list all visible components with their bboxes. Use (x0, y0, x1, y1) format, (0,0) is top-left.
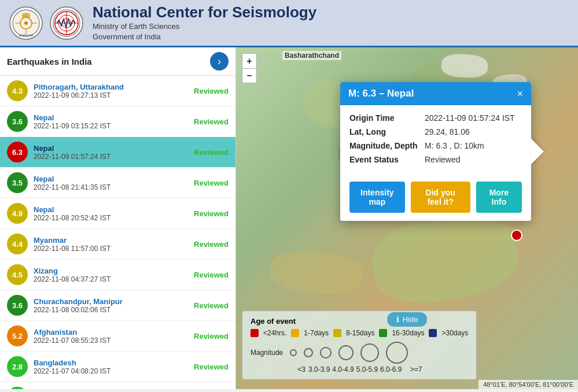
legend-age-dot (379, 329, 387, 337)
earthquake-datetime: 2022-11-08 04:37:27 IST (34, 275, 189, 283)
legend-age-label: 8-15days (346, 329, 374, 337)
earthquake-datetime: 2022-11-09 06:27:13 IST (34, 91, 189, 99)
popup-body: Origin Time 2022-11-09 01:57:24 IST Lat,… (340, 105, 531, 176)
header-logos: सत्यमेव जयते (9, 6, 83, 40)
earthquake-info: Nepal 2022-11-07 01:22:15 IST (34, 389, 189, 390)
earthquake-location: Nepal (34, 144, 189, 153)
earthquake-info: Myanmar 2022-11-08 11:57:00 IST (34, 236, 189, 253)
earthquake-list: 4.3 Pithoragarh, Uttarakhand 2022-11-09 … (0, 76, 235, 389)
sidebar: Earthquakes in India › 4.3 Pithoragarh, … (0, 47, 236, 389)
map-coordinates: 48°01'E, 80°54'00'E, 81°00'00'E (478, 380, 578, 389)
magnitude-badge: 3.5 (7, 172, 28, 193)
earthquake-list-item[interactable]: 3.6 Churachandpur, Manipur 2022-11-08 00… (0, 290, 235, 321)
magnitude-badge: 3.2 (7, 387, 28, 389)
sidebar-title: Earthquakes in India (7, 57, 92, 66)
map-marker-active[interactable] (511, 230, 522, 241)
earthquake-status: Reviewed (194, 363, 229, 371)
earthquake-status: Reviewed (194, 209, 229, 218)
earthquake-list-item[interactable]: 3.2 Nepal 2022-11-07 01:22:15 IST Review… (0, 382, 235, 389)
magnitude-badge: 4.5 (7, 264, 28, 285)
header: सत्यमेव जयते National Center for Seismol… (0, 0, 578, 47)
earthquake-location: Nepal (34, 389, 189, 390)
legend-magnitude-circle (338, 345, 354, 360)
legend-age-dot (291, 329, 299, 337)
legend-age-dot (429, 329, 437, 337)
popup-field-value: 2022-11-09 01:57:24 IST (425, 113, 515, 123)
earthquake-datetime: 2022-11-09 03:15:22 IST (34, 122, 189, 130)
map-zoom-controls: + − (242, 53, 257, 83)
earthquake-location: Churachandpur, Manipur (34, 297, 189, 306)
earthquake-datetime: 2022-11-08 21:41:35 IST (34, 183, 189, 191)
sidebar-toggle-button[interactable]: › (210, 52, 229, 71)
hide-icon: ℹ (396, 315, 399, 324)
popup-field-row: Event Status Reviewed (349, 155, 522, 164)
earthquake-info: Nepal 2022-11-09 03:15:22 IST (34, 113, 189, 130)
earthquake-list-item[interactable]: 3.5 Nepal 2022-11-08 21:41:35 IST Review… (0, 168, 235, 198)
svg-point-2 (24, 21, 28, 25)
popup-field-value: Reviewed (425, 155, 460, 164)
earthquake-list-item[interactable]: 5.2 Afghanistan 2022-11-07 08:55:23 IST … (0, 321, 235, 352)
more-info-button[interactable]: More Info (476, 182, 522, 213)
earthquake-status: Reviewed (194, 148, 229, 157)
legend-magnitude-label: 3.0-3.9 (308, 365, 330, 373)
svg-rect-8 (22, 13, 30, 18)
earthquake-datetime: 2022-11-07 08:55:23 IST (34, 336, 189, 345)
earthquake-popup: M: 6.3 – Nepal × Origin Time 2022-11-09 … (340, 82, 531, 221)
legend-magnitude-label: <3 (297, 365, 306, 373)
earthquake-list-item[interactable]: 3.6 Nepal 2022-11-09 03:15:22 IST Review… (0, 106, 235, 137)
earthquake-status: Reviewed (194, 301, 229, 310)
legend-age-title: Age of event (251, 317, 468, 326)
legend-age-label: <24hrs. (263, 329, 286, 337)
magnitude-badge: 2.8 (7, 356, 28, 377)
earthquake-location: Pithoragarh, Uttarakhand (34, 83, 189, 91)
earthquake-list-item[interactable]: 4.5 Xizang 2022-11-08 04:37:27 IST Revie… (0, 260, 235, 290)
legend-mag-labels: <33.0-3.94.0-4.95.0-5.96.0-6.9>=7 (251, 365, 468, 373)
svg-text:सत्यमेव जयते: सत्यमेव जयते (19, 34, 33, 37)
earthquake-list-item[interactable]: 4.4 Myanmar 2022-11-08 11:57:00 IST Revi… (0, 229, 235, 260)
earthquake-list-item[interactable]: 4.9 Nepal 2022-11-08 20:52:42 IST Review… (0, 198, 235, 229)
legend-magnitude-label: 6.0-6.9 (380, 365, 402, 373)
legend-age-label: 1-7days (304, 329, 329, 337)
legend-magnitude-circle (304, 348, 313, 357)
sidebar-header: Earthquakes in India › (0, 47, 235, 76)
magnitude-badge: 4.9 (7, 203, 28, 224)
earthquake-location: Nepal (34, 113, 189, 122)
zoom-out-button[interactable]: − (242, 68, 257, 83)
earthquake-datetime: 2022-11-09 01:57:24 IST (34, 153, 189, 161)
legend-magnitude-circle (386, 342, 408, 364)
earthquake-info: Bangladesh 2022-11-07 04:08:20 IST (34, 358, 189, 375)
earthquake-status: Reviewed (194, 240, 229, 249)
earthquake-location: Nepal (34, 205, 189, 214)
legend-age-label: 16-30days (392, 329, 424, 337)
magnitude-badge: 3.6 (7, 295, 28, 316)
popup-field-label: Origin Time (349, 113, 425, 123)
intensity-map-button[interactable]: Intensity map (349, 182, 405, 213)
earthquake-location: Nepal (34, 175, 189, 183)
legend-mag-title: Magnitude (251, 349, 283, 357)
earthquake-location: Afghanistan (34, 328, 189, 336)
hide-legend-button[interactable]: ℹ Hide (387, 312, 428, 327)
legend-magnitude-label: 4.0-4.9 (332, 365, 354, 373)
site-subtitle2: Government of India (93, 32, 316, 42)
legend-magnitude-circle (360, 343, 379, 362)
popup-field-row: Lat, Long 29.24, 81.06 (349, 127, 522, 136)
earthquake-list-item[interactable]: 4.3 Pithoragarh, Uttarakhand 2022-11-09 … (0, 76, 235, 106)
popup-field-value: M: 6.3 , D: 10km (425, 141, 484, 150)
popup-close-button[interactable]: × (517, 88, 523, 99)
popup-field-row: Magnitude, Depth M: 6.3 , D: 10km (349, 141, 522, 150)
legend-magnitude-circle (290, 349, 297, 356)
legend-age-label: >30days (441, 329, 468, 337)
legend-age-dot (333, 329, 341, 337)
earthquake-status: Reviewed (194, 87, 229, 95)
hide-label: Hide (403, 315, 418, 324)
legend-magnitude-circle (320, 347, 332, 358)
zoom-in-button[interactable]: + (242, 53, 257, 68)
earthquake-list-item[interactable]: 2.8 Bangladesh 2022-11-07 04:08:20 IST R… (0, 352, 235, 382)
earthquake-datetime: 2022-11-08 00:02:06 IST (34, 306, 189, 314)
earthquake-datetime: 2022-11-08 11:57:00 IST (34, 245, 189, 253)
legend-magnitude-label: >=7 (404, 365, 428, 373)
earthquake-list-item[interactable]: 6.3 Nepal 2022-11-09 01:57:24 IST Review… (0, 137, 235, 168)
map-area[interactable]: Basharathchand + − M: 6.3 – Nepal × Orig… (236, 47, 578, 389)
did-you-feel-it-button[interactable]: Did you feel it? (411, 182, 470, 213)
india-emblem-logo: सत्यमेव जयते (9, 6, 43, 40)
